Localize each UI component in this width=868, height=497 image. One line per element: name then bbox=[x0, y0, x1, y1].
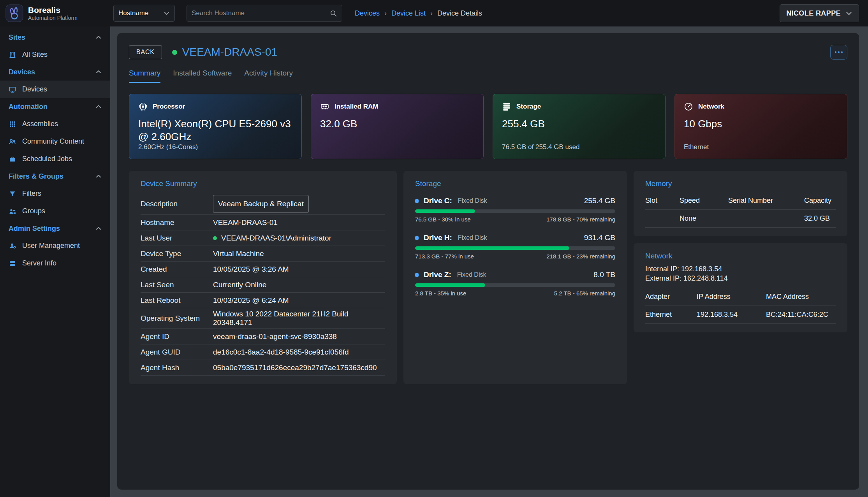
tab-activity-history[interactable]: Activity History bbox=[244, 69, 293, 83]
processor-value: Intel(R) Xeon(R) CPU E5-2690 v3 @ 2.60GH… bbox=[138, 118, 292, 143]
sidebar-section-automation[interactable]: Automation bbox=[0, 98, 110, 115]
online-status-dot bbox=[213, 236, 217, 240]
drive-remaining-label: 218.1 GB - 23% remaining bbox=[546, 253, 615, 260]
col-adapter: Adapter bbox=[645, 293, 697, 301]
col-ip-address: IP Address bbox=[697, 293, 766, 301]
network-panel: Network Internal IP: 192.168.3.54 Extern… bbox=[634, 243, 847, 332]
network-value: 10 Gbps bbox=[684, 118, 838, 130]
chevron-down-icon bbox=[845, 10, 852, 17]
summary-row-created: Created 10/05/2025 @ 3:26 AM bbox=[141, 262, 385, 277]
tab-summary[interactable]: Summary bbox=[129, 69, 160, 83]
drive-type: Fixed Disk bbox=[458, 197, 487, 204]
grid-icon bbox=[9, 120, 16, 128]
summary-row-last-reboot: Last Reboot 10/03/2025 @ 6:24 AM bbox=[141, 293, 385, 308]
drive-type: Fixed Disk bbox=[458, 234, 487, 241]
sidebar-item-label: Devices bbox=[22, 85, 47, 93]
row-value: 05ba0e7935171d626ecea29b27d7ae175363cd90 bbox=[213, 364, 377, 372]
memory-panel: Memory Slot Speed Serial Number Capacity bbox=[634, 171, 847, 236]
row-value: Virtual Machine bbox=[213, 249, 264, 258]
row-label: Agent GUID bbox=[141, 348, 213, 357]
sidebar-item-all-sites[interactable]: All Sites bbox=[0, 46, 110, 63]
drive-type: Fixed Disk bbox=[457, 271, 486, 278]
sidebar-section-sites[interactable]: Sites bbox=[0, 29, 110, 46]
summary-row-operating-system: Operating System Windows 10 2022 Datacen… bbox=[141, 308, 385, 329]
breadcrumb-devices[interactable]: Devices bbox=[355, 9, 380, 18]
app-root: Borealis Automation Platform Hostname De… bbox=[0, 0, 868, 497]
row-label: Agent ID bbox=[141, 332, 213, 341]
search-input[interactable] bbox=[192, 9, 330, 17]
row-label: Description bbox=[141, 200, 213, 208]
drive-name: Drive C: bbox=[424, 197, 452, 205]
summary-row-last-seen: Last Seen Currently Online bbox=[141, 277, 385, 293]
sidebar-section-filters-groups[interactable]: Filters & Groups bbox=[0, 168, 110, 185]
section-label: Automation bbox=[9, 103, 48, 111]
building-icon bbox=[9, 51, 16, 59]
content-frame: BACK VEEAM-DRAAS-01 Summary Installed So… bbox=[110, 26, 868, 497]
ram-value: 32.0 GB bbox=[320, 118, 474, 130]
drive-c: Drive C: Fixed Disk 255.4 GB 76.5 GB - 3… bbox=[415, 197, 615, 223]
chevron-down-icon bbox=[164, 10, 170, 16]
borealis-logo bbox=[5, 4, 23, 22]
tab-installed-software[interactable]: Installed Software bbox=[173, 69, 232, 83]
funnel-icon bbox=[9, 190, 16, 198]
back-button[interactable]: BACK bbox=[129, 45, 162, 59]
description-input[interactable] bbox=[213, 195, 309, 213]
memory-panel-title: Memory bbox=[645, 179, 836, 188]
breadcrumb: Devices › Device List › Device Details bbox=[355, 9, 482, 18]
sidebar-section-admin-settings[interactable]: Admin Settings bbox=[0, 220, 110, 237]
col-speed: Speed bbox=[680, 197, 728, 205]
sidebar-item-server-info[interactable]: Server Info bbox=[0, 255, 110, 272]
sidebar-item-label: Server Info bbox=[22, 259, 56, 267]
summary-row-device-type: Device Type Virtual Machine bbox=[141, 246, 385, 262]
sidebar-item-assemblies[interactable]: Assemblies bbox=[0, 115, 110, 133]
col-serial-number: Serial Number bbox=[728, 197, 804, 205]
row-value: veeam-draas-01-agent-svc-8930a338 bbox=[213, 332, 337, 341]
sidebar-item-devices[interactable]: Devices bbox=[0, 81, 110, 98]
briefcase-icon bbox=[9, 155, 16, 163]
cpu-icon bbox=[138, 102, 148, 111]
sidebar-item-user-management[interactable]: User Management bbox=[0, 237, 110, 255]
chevron-up-icon bbox=[95, 104, 102, 110]
hostname-search bbox=[187, 5, 342, 22]
summary-row-agent-hash: Agent Hash 05ba0e7935171d626ecea29b27d7a… bbox=[141, 360, 385, 376]
sidebar-item-community-content[interactable]: Community Content bbox=[0, 133, 110, 150]
sidebar-item-groups[interactable]: Groups bbox=[0, 202, 110, 220]
network-panel-title: Network bbox=[645, 252, 836, 260]
storage-card: Storage 255.4 GB 76.5 GB of 255.4 GB use… bbox=[493, 94, 666, 159]
right-column: Memory Slot Speed Serial Number Capacity bbox=[634, 171, 847, 384]
drive-used-label: 713.3 GB - 77% in use bbox=[415, 253, 474, 260]
hostname-filter-select[interactable]: Hostname bbox=[113, 5, 175, 22]
summary-row-agent-guid: Agent GUID de16c0c1-8aa2-4d18-9585-9ce91… bbox=[141, 344, 385, 360]
user-name: NICOLE RAPPE bbox=[786, 9, 841, 18]
search-icon[interactable] bbox=[330, 10, 337, 17]
network-card: Network 10 Gbps Ethernet bbox=[674, 94, 847, 159]
drive-remaining-label: 5.2 TB - 65% remaining bbox=[554, 290, 615, 297]
more-actions-button[interactable] bbox=[830, 45, 847, 60]
drive-name: Drive Z: bbox=[424, 270, 451, 279]
breadcrumb-separator: › bbox=[384, 9, 387, 18]
cell-adapter: Ethernet bbox=[645, 311, 697, 319]
app-name: Borealis bbox=[28, 5, 77, 14]
card-label: Storage bbox=[516, 103, 541, 111]
breadcrumb-device-list[interactable]: Device List bbox=[391, 9, 426, 18]
drive-used-label: 2.8 TB - 35% in use bbox=[415, 290, 466, 297]
device-title: VEEAM-DRAAS-01 bbox=[182, 46, 277, 58]
chevron-up-icon bbox=[95, 34, 102, 40]
drive-usage-bar bbox=[415, 209, 615, 213]
breadcrumb-separator: › bbox=[430, 9, 433, 18]
drive-remaining-label: 178.8 GB - 70% remaining bbox=[546, 216, 615, 223]
user-menu-button[interactable]: NICOLE RAPPE bbox=[780, 4, 859, 22]
col-mac-address: MAC Address bbox=[766, 293, 836, 301]
sidebar-item-filters[interactable]: Filters bbox=[0, 185, 110, 202]
row-value: Currently Online bbox=[213, 281, 266, 289]
drive-size: 8.0 TB bbox=[593, 270, 615, 279]
drive-bullet-icon bbox=[415, 199, 419, 203]
network-table-row: Ethernet 192.168.3.54 BC:24:11:CA:C6:2C bbox=[645, 306, 836, 324]
drive-usage-bar bbox=[415, 283, 615, 287]
row-label: Last Reboot bbox=[141, 296, 213, 305]
sidebar-section-devices[interactable]: Devices bbox=[0, 63, 110, 81]
storage-value: 255.4 GB bbox=[502, 118, 656, 130]
chevron-up-icon bbox=[95, 69, 102, 75]
card-label: Processor bbox=[153, 103, 185, 111]
sidebar-item-scheduled-jobs[interactable]: Scheduled Jobs bbox=[0, 150, 110, 168]
